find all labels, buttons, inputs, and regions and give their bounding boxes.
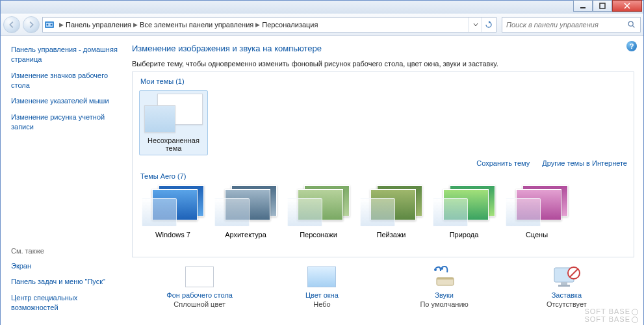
customization-label: Фон рабочего стола (166, 291, 233, 299)
svg-rect-13 (561, 282, 567, 285)
address-bar[interactable]: ▶ Панель управления ▶ Все элементы панел… (42, 17, 496, 32)
sidebar-link-mouse-pointers[interactable]: Изменение указателей мыши (11, 96, 119, 106)
desktop-bg-icon (184, 264, 215, 290)
aero-theme-label: Архитектура (225, 231, 266, 239)
theme-links: Сохранить тему Другие темы в Интернете (139, 159, 627, 167)
customization-item[interactable]: Звуки По умолчанию (393, 264, 496, 308)
svg-point-4 (47, 24, 49, 26)
close-button[interactable] (612, 0, 642, 12)
aero-theme-item[interactable]: Природа (430, 185, 498, 239)
svg-rect-14 (558, 285, 570, 287)
main-content: ? Изменение изображения и звука на компь… (125, 36, 643, 325)
aero-thumbnail (433, 185, 495, 227)
search-icon (627, 20, 636, 29)
forward-button[interactable] (23, 16, 40, 33)
refresh-button[interactable] (482, 18, 495, 32)
aero-theme-item[interactable]: Персонажи (285, 185, 352, 239)
aero-theme-label: Сцены (526, 231, 548, 239)
control-panel-icon (44, 20, 55, 30)
sounds-icon (429, 264, 460, 290)
aero-theme-item[interactable]: Сцены (503, 185, 571, 239)
breadcrumb-item[interactable]: Панель управления (66, 21, 131, 29)
aero-thumbnail (506, 185, 568, 227)
customization-label: Цвет окна (305, 291, 339, 299)
svg-rect-1 (600, 3, 605, 8)
themes-panel: Мои темы (1) Несохраненная тема Сохранит… (132, 72, 634, 257)
theme-label: Несохраненная тема (142, 136, 205, 152)
customization-item[interactable]: Заставка Отсутствует (515, 264, 619, 308)
aero-thumbnail (360, 185, 422, 227)
aero-theme-label: Природа (450, 231, 479, 239)
maximize-button[interactable] (593, 0, 612, 12)
search-input[interactable] (506, 21, 627, 29)
aero-theme-item[interactable]: Архитектура (212, 185, 279, 239)
svg-rect-0 (580, 7, 586, 8)
aero-theme-item[interactable]: Пейзажи (357, 185, 425, 239)
customization-value: По умолчанию (420, 300, 468, 308)
customization-label: Заставка (552, 291, 582, 299)
svg-point-5 (51, 24, 53, 26)
aero-theme-label: Пейзажи (377, 231, 406, 239)
sidebar-link-display[interactable]: Экран (11, 261, 119, 271)
back-button[interactable] (3, 16, 20, 33)
search-box[interactable] (502, 17, 641, 32)
aero-theme-label: Windows 7 (155, 231, 190, 239)
svg-point-8 (434, 268, 437, 271)
svg-line-7 (632, 25, 634, 27)
customization-item[interactable]: Фон рабочего стола Сплошной цвет (148, 264, 251, 308)
breadcrumb-separator: ▶ (255, 21, 260, 28)
svg-point-9 (441, 267, 443, 270)
breadcrumb-item[interactable]: Все элементы панели управления (140, 21, 253, 29)
theme-item-unsaved[interactable]: Несохраненная тема (139, 90, 208, 155)
breadcrumb-separator: ▶ (133, 21, 138, 28)
sidebar: Панель управления - домашняя страница Из… (1, 36, 125, 325)
screensaver-icon (551, 264, 582, 290)
aero-thumbnail (287, 185, 350, 227)
svg-rect-11 (437, 278, 454, 280)
customization-value: Отсутствует (547, 300, 587, 308)
customization-value: Небо (313, 300, 330, 308)
breadcrumb-item[interactable]: Персонализация (262, 21, 318, 29)
address-dropdown-button[interactable] (469, 18, 482, 32)
title-bar (1, 1, 643, 14)
aero-thumbnail (214, 185, 277, 227)
customization-item[interactable]: Цвет окна Небо (270, 264, 374, 308)
aero-theme-label: Персонажи (300, 231, 337, 239)
my-themes-header: Мои темы (1) (140, 77, 627, 85)
theme-thumbnail (144, 94, 203, 133)
aero-themes-row: Windows 7 Архитектура Персонажи Пейзажи … (139, 185, 627, 239)
customization-value: Сплошной цвет (174, 300, 225, 308)
window-color-icon (306, 264, 337, 290)
sidebar-link-account-picture[interactable]: Изменение рисунка учетной записи (11, 112, 119, 132)
aero-theme-item[interactable]: Windows 7 (139, 185, 207, 239)
sidebar-link-desktop-icons[interactable]: Изменение значков рабочего стола (11, 71, 119, 90)
navigation-bar: ▶ Панель управления ▶ Все элементы панел… (1, 14, 643, 36)
sidebar-link-taskbar[interactable]: Панель задач и меню "Пуск" (11, 277, 119, 287)
breadcrumb-separator: ▶ (59, 21, 64, 28)
sidebar-link-ease-of-access[interactable]: Центр специальных возможностей (11, 293, 119, 313)
customization-label: Звуки (435, 291, 454, 299)
help-icon[interactable]: ? (626, 41, 637, 51)
save-theme-link[interactable]: Сохранить тему (476, 159, 530, 167)
svg-point-6 (628, 21, 633, 26)
aero-thumbnail (142, 185, 204, 227)
sidebar-link-home[interactable]: Панель управления - домашняя страница (11, 45, 119, 64)
minimize-button[interactable] (573, 0, 593, 12)
online-themes-link[interactable]: Другие темы в Интернете (542, 159, 627, 167)
page-title: Изменение изображения и звука на компьют… (132, 44, 634, 53)
page-description: Выберите тему, чтобы одновременно измени… (132, 60, 634, 68)
see-also-header: См. также (11, 247, 119, 255)
watermark: SOFT BASE SOFT BASE (584, 307, 639, 323)
customization-row: Фон рабочего стола Сплошной цвет Цвет ок… (132, 257, 634, 308)
aero-themes-header: Темы Aero (7) (140, 172, 627, 180)
